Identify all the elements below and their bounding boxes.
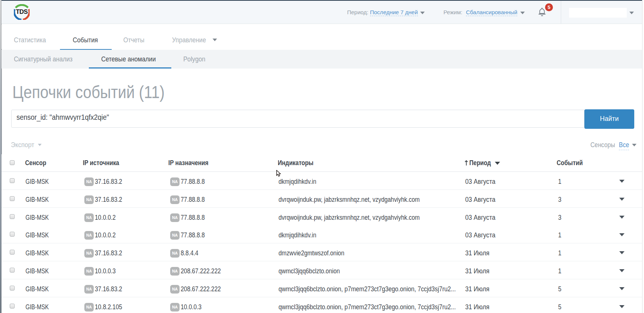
svg-text:TDS: TDS	[16, 8, 28, 15]
